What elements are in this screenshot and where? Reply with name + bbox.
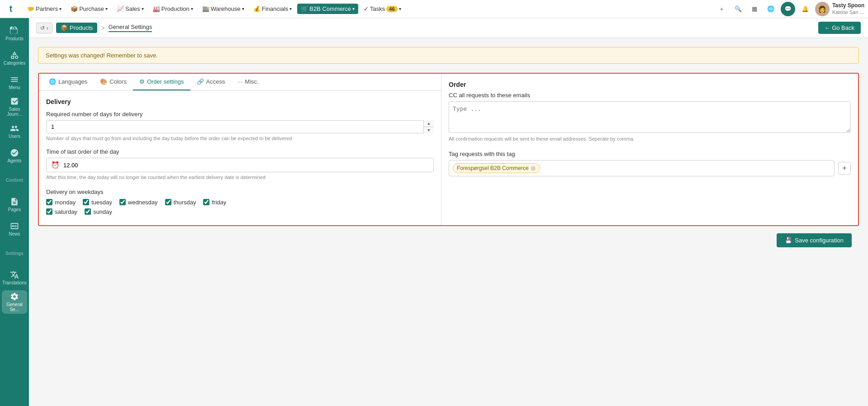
tab-content: Delivery Required number of days for del…: [39, 91, 441, 225]
cc-emails-field: CC all requests to these emails All conf…: [449, 92, 851, 142]
tab-access[interactable]: 🔗 Access: [190, 74, 232, 90]
nav-financials[interactable]: 💰 Financials ▾: [250, 4, 296, 14]
sidebar: Products Categories Menu Sales Journ... …: [0, 18, 29, 406]
sidebar-item-sales-journal[interactable]: Sales Journ...: [2, 95, 27, 118]
tag-add-button[interactable]: +: [838, 162, 851, 175]
days-label: Required number of days for delivery: [46, 111, 434, 118]
partners-icon: 🤝: [27, 5, 34, 12]
monday-checkbox[interactable]: [46, 199, 52, 205]
breadcrumb-bar: ↺ › 📦 Products > General Settings ← Go B…: [29, 18, 868, 38]
tab-misc[interactable]: ··· Misc.: [231, 74, 265, 90]
b2b-icon: 🛒: [301, 5, 308, 12]
tag-badge: Forespørgsel B2B Commerce ⊗: [453, 163, 540, 173]
bell-button[interactable]: 🔔: [799, 3, 811, 15]
weekdays-row-1: monday tuesday wednesday: [46, 199, 434, 206]
sunday-checkbox[interactable]: [85, 208, 91, 215]
history-back-button[interactable]: ↺ ›: [36, 23, 52, 33]
sidebar-item-pages[interactable]: Pages: [2, 193, 27, 216]
nav-warehouse[interactable]: 🏬 Warehouse ▾: [199, 4, 248, 14]
wednesday-checkbox[interactable]: [119, 199, 126, 205]
sidebar-item-translations[interactable]: Translations: [2, 266, 27, 289]
app-logo[interactable]: t: [4, 2, 18, 16]
user-menu[interactable]: 👩 Tasty Spoon Katrine San ...: [815, 2, 864, 16]
friday-checkbox[interactable]: [203, 199, 209, 205]
save-btn-area: 💾 Save configuration: [38, 226, 859, 247]
sidebar-item-news[interactable]: News: [2, 217, 27, 241]
weekday-saturday[interactable]: saturday: [46, 208, 77, 215]
avatar: 👩: [815, 2, 830, 16]
order-settings-icon: ⚙: [139, 78, 145, 85]
thursday-checkbox[interactable]: [165, 199, 171, 205]
weekday-sunday[interactable]: sunday: [85, 208, 112, 215]
weekday-tuesday[interactable]: tuesday: [83, 199, 112, 206]
access-icon: 🔗: [197, 78, 204, 85]
barcode-button[interactable]: ▦: [748, 3, 761, 15]
decrement-button[interactable]: ▼: [424, 127, 434, 133]
sidebar-item-agents[interactable]: Agents: [2, 144, 27, 167]
content-area: Settings was changed! Remember to save. …: [29, 38, 868, 256]
days-input[interactable]: [46, 120, 434, 133]
nav-partners[interactable]: 🤝 Partners ▾: [24, 4, 65, 14]
nav-purchase[interactable]: 📦 Purchase ▾: [67, 4, 111, 14]
tab-colors[interactable]: 🎨 Colors: [94, 74, 133, 90]
save-icon: 💾: [785, 237, 792, 244]
time-input[interactable]: [63, 162, 429, 169]
weekday-wednesday[interactable]: wednesday: [119, 199, 158, 206]
production-icon: 🏭: [153, 5, 160, 12]
sidebar-item-categories[interactable]: Categories: [2, 46, 27, 70]
increment-button[interactable]: ▲: [424, 120, 434, 127]
breadcrumb-separator: >: [101, 24, 104, 32]
days-hint: Number of days that must go from and inc…: [46, 135, 434, 142]
add-button[interactable]: ＋: [716, 3, 728, 15]
main-content: ↺ › 📦 Products > General Settings ← Go B…: [29, 18, 868, 406]
tag-remove-button[interactable]: ⊗: [531, 165, 536, 172]
weekday-friday[interactable]: friday: [203, 199, 226, 206]
misc-icon: ···: [237, 78, 242, 85]
financials-icon: 💰: [253, 5, 261, 12]
right-panel: Order CC all requests to these emails Al…: [441, 74, 858, 225]
tuesday-checkbox[interactable]: [83, 199, 89, 205]
sidebar-item-users[interactable]: Users: [2, 119, 27, 143]
time-label: Time of last order of the day: [46, 148, 434, 155]
cc-hint: All confirmation requests will be sent t…: [449, 136, 851, 142]
tag-label: Tag requests with this tag: [449, 151, 851, 157]
sales-icon: 📈: [117, 5, 124, 12]
save-configuration-button[interactable]: 💾 Save configuration: [777, 233, 852, 247]
chat-button[interactable]: 💬: [781, 2, 795, 16]
chevron-down-icon: ▾: [59, 6, 62, 11]
chevron-down-icon: ▾: [289, 6, 292, 11]
nav-tasks[interactable]: ✓ Tasks 46 ▾: [360, 4, 404, 14]
search-button[interactable]: 🔍: [732, 3, 745, 15]
check-icon: ✓: [364, 5, 369, 12]
tab-order-settings[interactable]: ⚙ Order settings: [133, 74, 190, 90]
languages-icon: 🌐: [49, 78, 56, 85]
globe-button[interactable]: 🌐: [764, 3, 777, 15]
sidebar-section-settings: Settings: [2, 241, 27, 265]
chevron-down-icon: ▾: [105, 6, 108, 11]
cc-label: CC all requests to these emails: [449, 92, 851, 99]
saturday-checkbox[interactable]: [46, 208, 52, 215]
cc-textarea[interactable]: [449, 101, 851, 133]
chevron-down-icon: ▾: [191, 6, 193, 11]
products-icon: 📦: [61, 24, 68, 31]
go-back-button[interactable]: ← Go Back: [818, 22, 861, 34]
weekdays-row-2: saturday sunday: [46, 208, 434, 215]
sidebar-item-products[interactable]: Products: [2, 22, 27, 45]
purchase-icon: 📦: [71, 5, 78, 12]
tasks-badge: 46: [386, 6, 397, 12]
products-breadcrumb[interactable]: 📦 Products: [56, 23, 97, 33]
delivery-section-title: Delivery: [46, 98, 434, 105]
weekday-thursday[interactable]: thursday: [165, 199, 196, 206]
chevron-down-icon: ▾: [242, 6, 244, 11]
sidebar-item-menu[interactable]: Menu: [2, 71, 27, 94]
nav-sales[interactable]: 📈 Sales ▾: [113, 4, 147, 14]
number-spinners: ▲ ▼: [423, 120, 434, 133]
nav-production[interactable]: 🏭 Production ▾: [149, 4, 197, 14]
settings-panel: 🌐 Languages 🎨 Colors ⚙ Order settings: [38, 73, 859, 226]
nav-b2b-commerce[interactable]: 🛒 B2B Commerce ▾: [297, 4, 358, 14]
weekday-monday[interactable]: monday: [46, 199, 76, 206]
tab-languages[interactable]: 🌐 Languages: [43, 74, 94, 90]
sidebar-item-general-settings[interactable]: General Se...: [2, 290, 27, 314]
settings-tabs: 🌐 Languages 🎨 Colors ⚙ Order settings: [39, 74, 441, 91]
order-section-title: Order: [449, 81, 851, 88]
